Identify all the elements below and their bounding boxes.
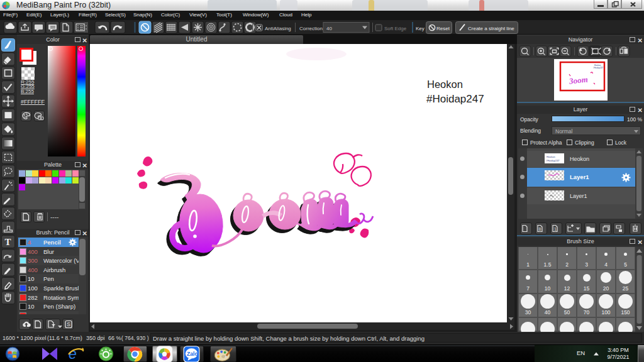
svg-text:T: T — [5, 237, 11, 247]
svg-text:Create a straight line: Create a straight line — [468, 26, 514, 31]
svg-text:Correction: Correction — [299, 26, 323, 31]
svg-text:Reset: Reset — [436, 26, 450, 31]
svg-text:Soft Edge: Soft Edge — [384, 26, 407, 31]
svg-text:3oom: 3oom — [568, 75, 588, 86]
svg-text:#Hoidap247: #Hoidap247 — [426, 93, 484, 105]
svg-text:S: S — [67, 321, 70, 327]
svg-text:AntiAliasing: AntiAliasing — [265, 26, 291, 31]
svg-text:1: 1 — [554, 227, 557, 231]
svg-text:#Hoidap247: #Hoidap247 — [593, 67, 604, 69]
svg-text:#Hoidap247: #Hoidap247 — [546, 159, 560, 162]
svg-text:Zalo: Zalo — [187, 351, 198, 357]
svg-text:Heokon: Heokon — [547, 155, 555, 158]
svg-text:40: 40 — [326, 26, 332, 31]
svg-text:Heokon: Heokon — [427, 79, 463, 90]
svg-text:8: 8 — [539, 227, 541, 231]
svg-text:Key: Key — [416, 26, 425, 31]
